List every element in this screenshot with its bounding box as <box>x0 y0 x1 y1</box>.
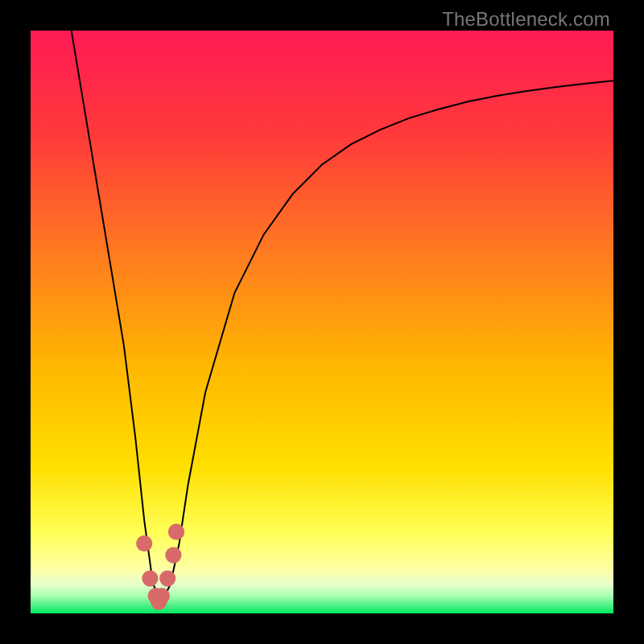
marker-dot <box>165 547 181 563</box>
chart-frame: TheBottleneck.com <box>0 0 644 644</box>
watermark-text: TheBottleneck.com <box>442 8 610 31</box>
curve-layer <box>31 31 613 613</box>
marker-dot <box>142 570 158 586</box>
marker-dot <box>154 588 170 604</box>
bottleneck-curve <box>72 31 613 602</box>
marker-dot <box>159 570 175 586</box>
marker-dot <box>168 524 184 540</box>
curve-path <box>72 31 613 602</box>
plot-area <box>31 31 613 613</box>
marker-dot <box>136 535 152 551</box>
highlight-markers <box>136 524 184 610</box>
